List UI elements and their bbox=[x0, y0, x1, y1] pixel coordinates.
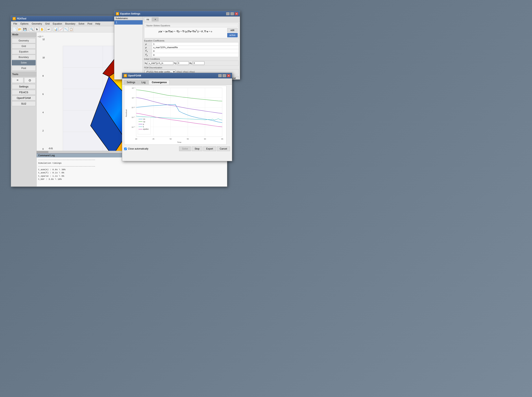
svg-text:50: 50 bbox=[170, 138, 171, 140]
plus-tab[interactable]: + bbox=[152, 17, 158, 21]
settings-tab[interactable]: Settings bbox=[124, 80, 138, 85]
coeff-title: Equation Coefficients bbox=[144, 39, 239, 42]
eq-icon: E bbox=[116, 12, 119, 15]
sidebar-geometry[interactable]: Geometry bbox=[12, 38, 36, 43]
fy-label: Fy bbox=[144, 53, 152, 57]
su2-button[interactable]: SU2 bbox=[12, 101, 36, 106]
active-button[interactable]: active bbox=[227, 33, 238, 37]
ns-tab[interactable]: ns bbox=[144, 17, 152, 21]
menu-equation[interactable]: Equation bbox=[51, 22, 63, 25]
tb-chart4[interactable]: 📋 bbox=[69, 27, 73, 32]
tb-rotate[interactable]: ✋ bbox=[39, 27, 44, 32]
svg-text:55: 55 bbox=[187, 138, 189, 140]
menu-solve[interactable]: Solve bbox=[77, 22, 86, 25]
log-line-1: Simulation timings bbox=[38, 161, 225, 165]
stop-button[interactable]: Stop bbox=[192, 146, 203, 151]
svg-text:10⁻⁴: 10⁻⁴ bbox=[131, 106, 135, 108]
rho-label: ρ bbox=[144, 43, 152, 46]
tb-chart3[interactable]: 📉 bbox=[63, 27, 68, 32]
openfoam-button[interactable]: OpenFOAM bbox=[12, 95, 36, 100]
of-footer: Close automatically Solve Stop Export Ca… bbox=[122, 145, 232, 152]
eq-right: ns + Navier-Stokes Equations ρ(u' + (u·∇… bbox=[143, 17, 240, 79]
menu-help[interactable]: Help bbox=[94, 22, 102, 25]
ic-title: Initial Conditions bbox=[144, 58, 239, 60]
tb-pan[interactable]: 🖱 bbox=[34, 27, 39, 32]
tb-chart1[interactable]: 📊 bbox=[53, 27, 58, 32]
solve-button[interactable]: Solve bbox=[179, 146, 191, 151]
coeff-rho: ρ 1 bbox=[144, 43, 239, 46]
convergence-tab[interactable]: Convergence bbox=[149, 80, 170, 85]
svg-text:45: 45 bbox=[152, 138, 154, 140]
eq-close[interactable]: ✕ bbox=[235, 12, 238, 15]
menu-grid[interactable]: Grid bbox=[44, 22, 51, 25]
log-line-3: t_asm(A) : 6.8s \ 38% bbox=[38, 168, 225, 171]
log-line-6: t_bdr : 3.0s \ 16% bbox=[38, 178, 225, 181]
mu-value[interactable]: u_max*2/3*h_channel/Re bbox=[152, 46, 239, 49]
menu-boundary[interactable]: Boundary bbox=[63, 22, 77, 25]
tb-save[interactable]: 💾 bbox=[22, 27, 27, 32]
svg-text:Uy: Uy bbox=[143, 121, 145, 123]
tb-zoom-in[interactable]: 🔍 bbox=[29, 27, 34, 32]
rho-value[interactable]: 1 bbox=[152, 43, 239, 46]
openfoam-window: O OpenFOAM ─ □ ✕ Settings Log Convergenc… bbox=[122, 73, 232, 161]
sidebar-section: Geometry Grid Equation Boundary Solve Po… bbox=[11, 37, 36, 72]
tb-new[interactable]: 📄 bbox=[12, 27, 17, 32]
eq-minimize[interactable]: ─ bbox=[226, 12, 230, 15]
sidebar-post[interactable]: Post bbox=[12, 66, 36, 71]
tb-chart2[interactable]: 📈 bbox=[58, 27, 63, 32]
v0-input[interactable] bbox=[177, 61, 189, 65]
eq-action-btns: edit active bbox=[227, 28, 238, 37]
fem-title: FEM Discretization bbox=[144, 66, 239, 69]
eq-title: Equation Settings bbox=[120, 12, 140, 15]
tool-circle[interactable]: ⊙ bbox=[24, 77, 36, 83]
svg-text:Residual: Residual bbox=[125, 110, 127, 117]
settings-button[interactable]: Settings bbox=[12, 84, 36, 89]
menu-file[interactable]: File bbox=[12, 22, 19, 25]
of-maximize[interactable]: □ bbox=[222, 74, 226, 77]
svg-text:10⁻³: 10⁻³ bbox=[132, 97, 135, 99]
featool-title: FEATool bbox=[17, 17, 26, 20]
u0-label: u0 bbox=[145, 62, 147, 65]
svg-text:10⁻⁶: 10⁻⁶ bbox=[131, 126, 135, 128]
sidebar-grid[interactable]: Grid bbox=[12, 44, 36, 49]
sidebar: Mode Geometry Grid Equation Boundary Sol… bbox=[11, 32, 37, 186]
mu-label: μ bbox=[144, 46, 152, 49]
of-minimize[interactable]: ─ bbox=[218, 74, 222, 77]
eq-maximize[interactable]: □ bbox=[230, 12, 234, 15]
ns-tab-bar: ns + bbox=[143, 17, 240, 22]
coeff-table: ρ 1 μ u_max*2/3*h_channel/Re Fx 0 Fy bbox=[144, 42, 239, 57]
menu-post[interactable]: Post bbox=[86, 22, 94, 25]
sidebar-solve[interactable]: Solve bbox=[12, 60, 36, 65]
menu-geometry[interactable]: Geometry bbox=[30, 22, 44, 25]
fx-value[interactable]: 0 bbox=[152, 49, 239, 53]
svg-text:40: 40 bbox=[135, 138, 137, 140]
export-button[interactable]: Export bbox=[203, 146, 216, 151]
log-tab[interactable]: Log bbox=[139, 80, 148, 85]
tools-label: Tools bbox=[11, 72, 36, 77]
of-close[interactable]: ✕ bbox=[227, 74, 230, 77]
of-icon: O bbox=[124, 74, 127, 77]
fy-value[interactable]: 0 bbox=[152, 53, 239, 57]
edit-button[interactable]: edit bbox=[227, 28, 238, 32]
of-title: OpenFOAM bbox=[128, 74, 141, 77]
coeff-section: Equation Coefficients ρ 1 μ u_max*2/3*h_… bbox=[144, 39, 239, 57]
svg-text:Ux: Ux bbox=[143, 118, 145, 120]
tool-equals[interactable]: = bbox=[12, 77, 23, 83]
tb-open[interactable]: 📂 bbox=[17, 27, 22, 32]
close-auto-label: Close automatically bbox=[128, 147, 148, 150]
ic-section: Initial Conditions u0 v0 p0 bbox=[144, 58, 239, 66]
p0-input[interactable] bbox=[193, 61, 204, 65]
fenics-button[interactable]: FEniCS bbox=[12, 90, 36, 95]
subdomain-1[interactable]: 1 bbox=[114, 20, 143, 25]
coeff-mu: μ u_max*2/3*h_channel/Re bbox=[144, 46, 239, 49]
cancel-of-button[interactable]: Cancel bbox=[217, 146, 230, 151]
log-line-5: t_sparse : 1.1s \ 6% bbox=[38, 174, 225, 178]
close-auto-checkbox[interactable] bbox=[124, 148, 127, 150]
sidebar-boundary[interactable]: Boundary bbox=[12, 55, 36, 60]
sidebar-equation[interactable]: Equation bbox=[12, 49, 36, 54]
u0-input[interactable] bbox=[148, 61, 173, 65]
menu-options[interactable]: Options bbox=[19, 22, 30, 25]
ic-row: u0 v0 p0 bbox=[144, 61, 239, 66]
tb-undo[interactable]: ↩ bbox=[46, 27, 51, 32]
svg-text:p: p bbox=[143, 123, 144, 125]
